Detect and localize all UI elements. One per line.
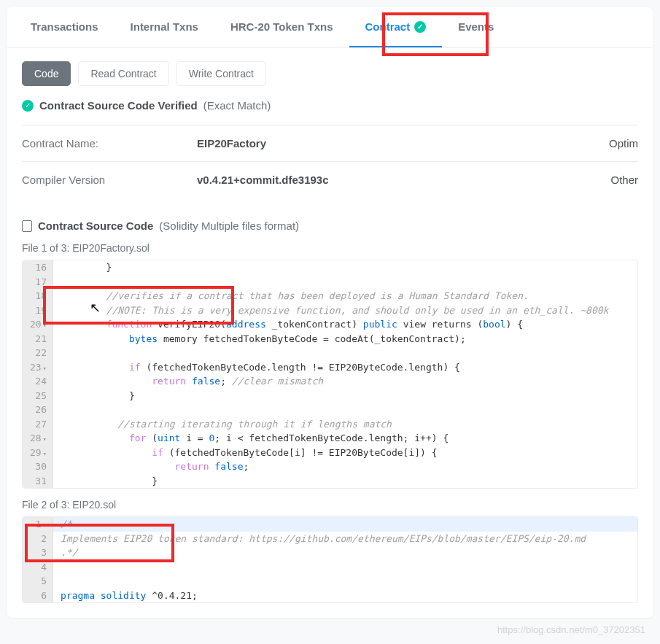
tab-transactions[interactable]: Transactions: [15, 7, 114, 47]
write-contract-button[interactable]: Write Contract: [176, 61, 266, 86]
code-line: 3.*/: [23, 546, 637, 560]
compiler-value: v0.4.21+commit.dfe3193c: [197, 174, 610, 186]
code-line: 20 function verifyEIP20(address _tokenCo…: [23, 317, 637, 332]
info-row-name: Contract Name: EIP20Factory Optim: [22, 125, 638, 161]
tab-contract-label: Contract: [365, 20, 411, 33]
file2-label: File 2 of 3: EIP20.sol: [22, 499, 638, 511]
code-line: 28 for (uint i = 0; i < fetchedTokenByte…: [23, 431, 637, 446]
optimization-label: Optim: [609, 137, 638, 150]
code-line: 2Implements EIP20 token standard: https:…: [23, 532, 637, 546]
verify-status: ✓ Contract Source Code Verified (Exact M…: [22, 99, 638, 112]
code-line: 16 }: [23, 260, 637, 275]
tab-events[interactable]: Events: [442, 7, 510, 47]
file1-label: File 1 of 3: EIP20Factory.sol: [22, 242, 638, 254]
verified-icon: ✓: [414, 21, 426, 33]
code-line: 4: [23, 560, 637, 575]
code-line: 31 }: [23, 474, 637, 489]
main-tabs: Transactions Internal Txns HRC-20 Token …: [7, 7, 653, 48]
watermark: https://blog.csdn.net/m0_37202351: [497, 624, 645, 625]
code-line: 17: [23, 275, 637, 290]
code-line: 1/*: [23, 517, 637, 532]
compiler-label: Compiler Version: [22, 174, 197, 186]
contract-name-value: EIP20Factory: [197, 137, 609, 150]
code-line: 18 //verifies if a contract that has bee…: [23, 289, 637, 303]
code-line: 19 //NOTE: This is a very expensive func…: [23, 303, 637, 318]
code-line: 25 }: [23, 389, 637, 403]
code-line: 24 return false; //clear mismatch: [23, 374, 637, 389]
code-line: 6pragma solidity ^0.4.21;: [23, 589, 637, 603]
code-line: 21 bytes memory fetchedTokenByteCode = c…: [23, 332, 637, 346]
file1-editor[interactable]: 16 }17 18 //verifies if a contract that …: [22, 260, 638, 489]
code-line: 5: [23, 574, 637, 589]
code-line: 29 if (fetchedTokenByteCode[i] != EIP20B…: [23, 446, 637, 460]
file-icon: [22, 220, 32, 232]
code-button[interactable]: Code: [22, 61, 71, 86]
code-line: 22: [23, 346, 637, 360]
contract-subtabs: Code Read Contract Write Contract: [7, 48, 653, 99]
info-row-compiler: Compiler Version v0.4.21+commit.dfe3193c…: [22, 161, 638, 198]
tab-internal-txns[interactable]: Internal Txns: [114, 7, 214, 47]
tab-contract[interactable]: Contract ✓: [349, 7, 443, 47]
code-line: 30 return false;: [23, 459, 637, 474]
code-line: 27 //starting iterating through it if le…: [23, 417, 637, 432]
file2-editor[interactable]: 1/*2Implements EIP20 token standard: htt…: [22, 516, 638, 603]
contract-name-label: Contract Name:: [22, 137, 197, 150]
check-icon: ✓: [22, 100, 34, 112]
other-label: Other: [610, 174, 638, 186]
code-line: 23 if (fetchedTokenByteCode.length != EI…: [23, 360, 637, 375]
tab-hrc20-token-txns[interactable]: HRC-20 Token Txns: [214, 7, 349, 47]
code-line: 26: [23, 403, 637, 417]
read-contract-button[interactable]: Read Contract: [78, 61, 168, 86]
source-code-header: Contract Source Code (Solidity Multiple …: [22, 220, 638, 232]
